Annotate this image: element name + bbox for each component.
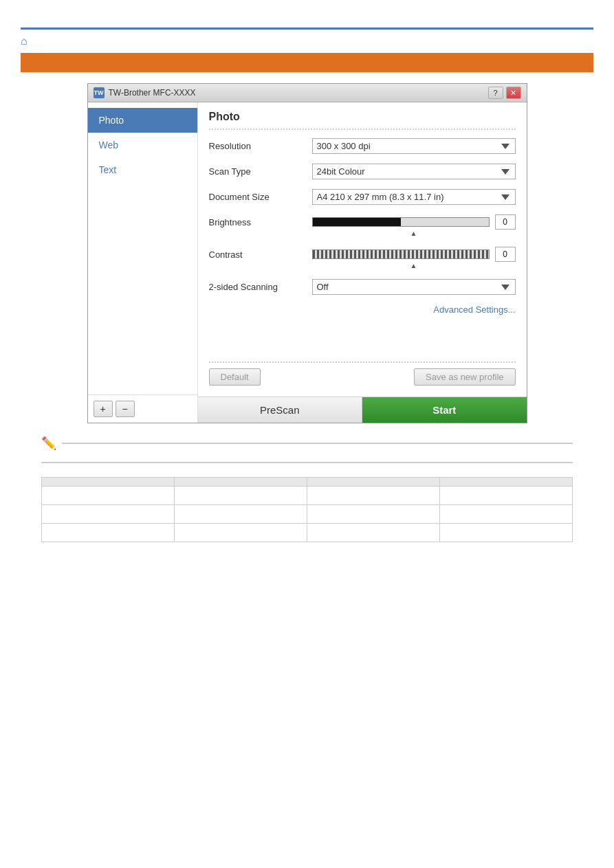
brightness-slider-row: 0 (312, 214, 516, 230)
document-size-row: Document Size A4 210 x 297 mm (8.3 x 11.… (209, 189, 516, 205)
help-button[interactable]: ? (488, 87, 503, 99)
table-cell (175, 487, 307, 505)
brightness-arrow-row: ▲ (312, 230, 516, 237)
col-header-4 (440, 478, 573, 487)
sidebar-items: Photo Web Text (88, 102, 197, 394)
advanced-settings-container: Advanced Settings... (209, 304, 516, 315)
contrast-value: 0 (495, 247, 516, 262)
brightness-control: 0 ▲ (312, 214, 516, 237)
document-size-select[interactable]: A4 210 x 297 mm (8.3 x 11.7 in) Letter L… (312, 189, 516, 205)
sidebar-item-web[interactable]: Web (88, 133, 197, 157)
two-sided-control: Off On (Long Edge) On (Short Edge) (312, 279, 516, 295)
table-cell (440, 505, 573, 524)
contrast-label: Contrast (209, 247, 312, 260)
table-cell (175, 505, 307, 524)
sidebar-item-text[interactable]: Text (88, 157, 197, 182)
scanner-body: Photo Web Text + − Photo (88, 102, 527, 423)
resolution-select[interactable]: 300 x 300 dpi 600 x 600 dpi 1200 x 1200 … (312, 138, 516, 154)
default-button[interactable]: Default (209, 368, 261, 386)
table-row (42, 524, 573, 542)
brightness-track[interactable] (312, 217, 490, 227)
table-cell (307, 505, 440, 524)
content-title: Photo (209, 111, 516, 130)
two-sided-label: 2-sided Scanning (209, 282, 312, 292)
brightness-arrow-icon: ▲ (410, 230, 417, 237)
sidebar: Photo Web Text + − (88, 102, 198, 423)
main-content: TW TW-Brother MFC-XXXX ? ✕ Photo Web (0, 83, 614, 542)
sidebar-item-photo[interactable]: Photo (88, 108, 197, 133)
content-spacer (209, 329, 516, 356)
scanner-footer: PreScan Start (198, 397, 527, 423)
table-cell (42, 524, 175, 542)
save-profile-button[interactable]: Save as new profile (414, 368, 515, 386)
resolution-label: Resolution (209, 141, 312, 151)
contrast-arrow-spacer: ▲ (312, 262, 516, 269)
table-cell (307, 487, 440, 505)
two-sided-row: 2-sided Scanning Off On (Long Edge) On (… (209, 279, 516, 295)
scan-type-label: Scan Type (209, 166, 312, 177)
table-row (42, 487, 573, 505)
table-cell (42, 487, 175, 505)
contrast-control: 0 ▲ (312, 247, 516, 269)
remove-profile-button[interactable]: − (116, 401, 135, 417)
title-bar-left: TW TW-Brother MFC-XXXX (94, 87, 196, 98)
table-cell (307, 524, 440, 542)
table-head (42, 478, 573, 487)
note-icon: ✏️ (41, 436, 56, 451)
contrast-arrow-icon: ▲ (410, 262, 417, 269)
note-area: ✏️ (41, 434, 573, 451)
start-button[interactable]: Start (362, 397, 527, 423)
home-area: ⌂ (0, 30, 614, 53)
brightness-row: Brightness 0 ▲ (209, 214, 516, 237)
bottom-note-line (41, 462, 573, 463)
brightness-label: Brightness (209, 214, 312, 227)
table-cell (175, 524, 307, 542)
resolution-row: Resolution 300 x 300 dpi 600 x 600 dpi 1… (209, 138, 516, 154)
col-header-2 (175, 478, 307, 487)
sidebar-plus-minus: + − (88, 394, 197, 423)
contrast-track[interactable] (312, 249, 490, 259)
table-cell (42, 505, 175, 524)
col-header-3 (307, 478, 440, 487)
app-icon: TW (94, 87, 105, 98)
window-title: TW-Brother MFC-XXXX (109, 88, 196, 98)
scan-type-row: Scan Type 24bit Colour Greyscale Black &… (209, 164, 516, 179)
add-profile-button[interactable]: + (94, 401, 113, 417)
prescan-button[interactable]: PreScan (198, 397, 363, 423)
contrast-row: Contrast 0 ▲ (209, 247, 516, 269)
document-size-control: A4 210 x 297 mm (8.3 x 11.7 in) Letter L… (312, 189, 516, 205)
close-button[interactable]: ✕ (506, 87, 521, 99)
advanced-settings-link[interactable]: Advanced Settings... (209, 304, 516, 315)
contrast-arrow-row: ▲ (312, 262, 516, 269)
content-area: Photo Resolution 300 x 300 dpi 600 x 600… (198, 102, 527, 423)
home-icon[interactable]: ⌂ (21, 35, 28, 47)
table-area (41, 477, 573, 542)
table-body (42, 487, 573, 542)
brightness-arrow-spacer: ▲ (312, 230, 516, 237)
scanner-main: Photo Resolution 300 x 300 dpi 600 x 600… (198, 102, 527, 397)
two-sided-select[interactable]: Off On (Long Edge) On (Short Edge) (312, 279, 516, 295)
contrast-slider-row: 0 (312, 247, 516, 262)
col-header-1 (42, 478, 175, 487)
document-size-label: Document Size (209, 192, 312, 202)
table-row (42, 505, 573, 524)
title-bar-controls: ? ✕ (488, 87, 521, 99)
table-cell (440, 524, 573, 542)
scanner-window: TW TW-Brother MFC-XXXX ? ✕ Photo Web (87, 83, 527, 423)
scan-type-select[interactable]: 24bit Colour Greyscale Black & White (312, 164, 516, 179)
data-table (41, 477, 573, 542)
table-header-row (42, 478, 573, 487)
content-bottom-buttons: Default Save as new profile (209, 361, 516, 388)
note-line (62, 443, 573, 444)
section-bar (21, 53, 593, 72)
table-cell (440, 487, 573, 505)
brightness-value: 0 (495, 214, 516, 230)
scan-type-control: 24bit Colour Greyscale Black & White (312, 164, 516, 179)
title-bar: TW TW-Brother MFC-XXXX ? ✕ (88, 84, 527, 102)
resolution-control: 300 x 300 dpi 600 x 600 dpi 1200 x 1200 … (312, 138, 516, 154)
